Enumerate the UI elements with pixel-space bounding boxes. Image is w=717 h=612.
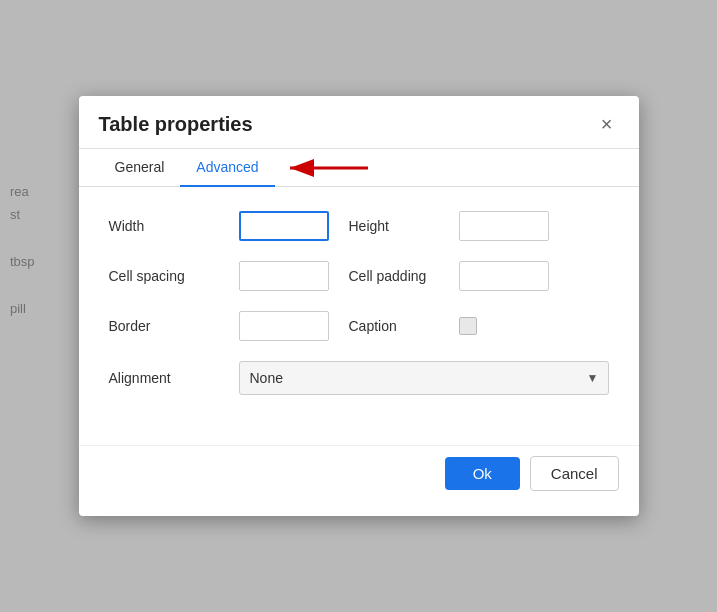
caption-checkbox[interactable] <box>459 317 477 335</box>
height-input[interactable] <box>459 211 549 241</box>
width-height-row: Width Height <box>109 211 609 241</box>
height-group: Height <box>349 211 549 241</box>
dialog-body: Width Height Cell spacing Cell padding B… <box>79 187 639 435</box>
alignment-select-wrapper: None Left Center Right ▼ <box>239 361 609 395</box>
height-label: Height <box>349 218 459 234</box>
dialog-footer: Ok Cancel <box>79 445 639 507</box>
alignment-label: Alignment <box>109 370 239 386</box>
alignment-row: Alignment None Left Center Right ▼ <box>109 361 609 395</box>
dialog-header: Table properties × <box>79 96 639 149</box>
border-caption-row: Border Caption <box>109 311 609 341</box>
cell-padding-group: Cell padding <box>349 261 549 291</box>
cell-spacing-padding-row: Cell spacing Cell padding <box>109 261 609 291</box>
alignment-select-container: None Left Center Right ▼ <box>239 361 609 395</box>
cell-spacing-input[interactable] <box>239 261 329 291</box>
table-properties-dialog: Table properties × General Advanced Widt… <box>79 96 639 516</box>
tabs-container: General Advanced <box>79 149 639 187</box>
cell-padding-input[interactable] <box>459 261 549 291</box>
border-label: Border <box>109 318 239 334</box>
width-label: Width <box>109 218 239 234</box>
tab-general[interactable]: General <box>99 149 181 187</box>
dialog-title: Table properties <box>99 113 253 136</box>
caption-group: Caption <box>349 317 477 335</box>
tab-advanced[interactable]: Advanced <box>180 149 274 187</box>
red-arrow-icon <box>280 154 370 182</box>
width-input[interactable] <box>239 211 329 241</box>
close-button[interactable]: × <box>595 112 619 136</box>
alignment-select[interactable]: None Left Center Right <box>239 361 609 395</box>
cancel-button[interactable]: Cancel <box>530 456 619 491</box>
cell-padding-label: Cell padding <box>349 268 459 284</box>
cell-spacing-label: Cell spacing <box>109 268 239 284</box>
caption-checkbox-container <box>459 317 477 335</box>
ok-button[interactable]: Ok <box>445 457 520 490</box>
caption-label: Caption <box>349 318 459 334</box>
tab-advanced-container: Advanced <box>180 149 274 186</box>
border-input[interactable] <box>239 311 329 341</box>
